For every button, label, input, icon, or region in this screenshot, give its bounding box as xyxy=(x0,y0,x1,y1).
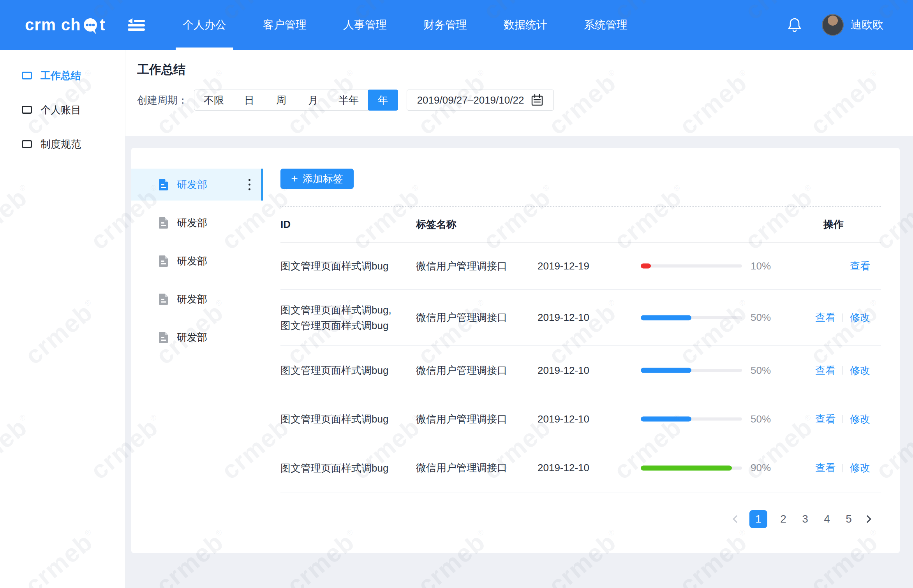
table-row: 图文管理页面样式调bug 微信用户管理调接口 2019-12-10 50% 查看… xyxy=(280,346,881,395)
header-tag-name: 标签名称 xyxy=(416,218,538,231)
work-summary-card: 研发部 研发部 xyxy=(131,148,900,553)
progress-bar xyxy=(641,264,742,268)
top-header-bar: crm ch t 个人办公 客户管理 人事管理 财务管理 数据统计 系统管理 xyxy=(0,0,913,50)
notification-bell-icon[interactable] xyxy=(788,17,802,33)
progress-bar xyxy=(641,467,742,470)
document-icon xyxy=(159,293,169,305)
segment-unlimited[interactable]: 不限 xyxy=(194,90,233,110)
nav-item-data-stats[interactable]: 数据统计 xyxy=(504,0,547,50)
action-divider xyxy=(842,415,843,423)
group-more-menu-icon[interactable] xyxy=(246,177,253,193)
cell-task: 图文管理页面样式调bug, 图文管理页面样式调bug xyxy=(280,302,416,333)
sidebar-item-rules[interactable]: 制度规范 xyxy=(0,127,125,161)
cell-tag-name: 微信用户管理调接口 xyxy=(416,461,538,475)
nav-item-system-mgmt[interactable]: 系统管理 xyxy=(584,0,627,50)
period-segmented-control: 不限 日 周 月 半年 年 xyxy=(194,90,398,111)
view-link[interactable]: 查看 xyxy=(815,364,835,377)
cell-percent: 50% xyxy=(751,312,785,324)
segment-month[interactable]: 月 xyxy=(297,90,329,110)
sidebar-item-work-summary[interactable]: 工作总结 xyxy=(0,58,125,93)
header-action: 操作 xyxy=(823,218,844,231)
cell-tag-name: 微信用户管理调接口 xyxy=(416,311,538,324)
cell-percent: 10% xyxy=(751,260,785,272)
user-name[interactable]: 迪欧欧 xyxy=(851,18,883,32)
group-item-rd-dept[interactable]: 研发部 xyxy=(131,283,263,315)
table-row: 图文管理页面样式调bug 微信用户管理调接口 2019-12-10 50% 查看… xyxy=(280,395,881,443)
cell-date: 2019-12-19 xyxy=(538,260,641,272)
department-group-list: 研发部 研发部 xyxy=(131,148,263,553)
group-item-rd-dept[interactable]: 研发部 xyxy=(131,245,263,277)
view-link[interactable]: 查看 xyxy=(815,412,835,426)
app-logo[interactable]: crm ch t xyxy=(0,15,125,35)
group-item-rd-dept[interactable]: 研发部 xyxy=(131,207,263,239)
nav-item-customer-mgmt[interactable]: 客户管理 xyxy=(263,0,307,50)
header-id: ID xyxy=(280,218,416,231)
cell-task: 图文管理页面样式调bug xyxy=(280,460,416,476)
cell-tag-name: 微信用户管理调接口 xyxy=(416,412,538,426)
date-range-picker[interactable]: 2019/09/27–2019/10/22 xyxy=(407,90,554,111)
filter-label: 创建周期： xyxy=(137,93,188,107)
prev-page-button[interactable] xyxy=(734,516,739,522)
segment-half-year[interactable]: 半年 xyxy=(329,90,368,110)
progress-bar xyxy=(641,369,742,372)
logo-text-part1: crm ch xyxy=(25,16,81,34)
date-range-value: 2019/09/27–2019/10/22 xyxy=(417,94,524,106)
sidebar-item-personal-account[interactable]: 个人账目 xyxy=(0,93,125,127)
view-link[interactable]: 查看 xyxy=(815,311,835,324)
segment-day[interactable]: 日 xyxy=(233,90,265,110)
panel-icon xyxy=(22,106,32,114)
table-row: 图文管理页面样式调bug, 图文管理页面样式调bug 微信用户管理调接口 201… xyxy=(280,290,881,346)
document-icon xyxy=(159,217,169,229)
group-item-rd-dept[interactable]: 研发部 xyxy=(131,169,263,201)
page-number-3[interactable]: 3 xyxy=(799,513,811,525)
cell-task: 图文管理页面样式调bug xyxy=(280,411,416,427)
nav-item-finance-mgmt[interactable]: 财务管理 xyxy=(423,0,467,50)
top-navigation: 个人办公 客户管理 人事管理 财务管理 数据统计 系统管理 xyxy=(164,0,646,50)
action-divider xyxy=(842,464,843,472)
next-page-button[interactable] xyxy=(865,516,870,522)
edit-link[interactable]: 修改 xyxy=(850,412,870,426)
page-title: 工作总结 xyxy=(137,62,913,78)
cell-date: 2019-12-10 xyxy=(538,462,641,474)
progress-bar xyxy=(641,417,742,421)
edit-link[interactable]: 修改 xyxy=(850,311,870,324)
segment-year[interactable]: 年 xyxy=(368,90,398,111)
page-number-2[interactable]: 2 xyxy=(777,513,789,525)
action-divider xyxy=(842,313,843,322)
plus-icon: + xyxy=(291,173,298,185)
sidebar-collapse-icon[interactable] xyxy=(125,17,149,33)
document-icon xyxy=(159,255,169,267)
panel-icon xyxy=(22,72,32,79)
document-icon xyxy=(159,331,169,343)
segment-week[interactable]: 周 xyxy=(265,90,297,110)
cell-tag-name: 微信用户管理调接口 xyxy=(416,259,538,273)
chat-bubble-icon xyxy=(82,17,99,35)
header-right-group: 迪欧欧 xyxy=(788,14,913,36)
cell-percent: 50% xyxy=(751,364,785,377)
table-row: 图文管理页面样式调bug 微信用户管理调接口 2019-12-10 90% 查看… xyxy=(280,443,881,493)
action-divider xyxy=(842,366,843,375)
view-link[interactable]: 查看 xyxy=(815,461,835,475)
cell-date: 2019-12-10 xyxy=(538,312,641,324)
cell-percent: 50% xyxy=(751,413,785,425)
pagination: 1 2 3 4 5 xyxy=(280,510,881,528)
tag-table-area: + 添加标签 ID 标签名称 操作 图文管理页面样式调bug xyxy=(263,148,900,553)
edit-link[interactable]: 修改 xyxy=(850,364,870,377)
page-number-1[interactable]: 1 xyxy=(749,510,767,528)
document-icon xyxy=(159,179,169,191)
page-number-5[interactable]: 5 xyxy=(843,513,855,525)
add-tag-button[interactable]: + 添加标签 xyxy=(280,169,354,189)
cell-tag-name: 微信用户管理调接口 xyxy=(416,364,538,377)
nav-item-personal-office[interactable]: 个人办公 xyxy=(183,0,226,50)
page-number-4[interactable]: 4 xyxy=(821,513,833,525)
edit-link[interactable]: 修改 xyxy=(850,461,870,475)
cell-task: 图文管理页面样式调bug xyxy=(280,258,416,274)
view-link[interactable]: 查看 xyxy=(850,259,870,273)
progress-bar xyxy=(641,316,742,319)
group-item-rd-dept[interactable]: 研发部 xyxy=(131,321,263,353)
cell-date: 2019-12-10 xyxy=(538,364,641,377)
panel-icon xyxy=(22,140,32,148)
user-avatar[interactable] xyxy=(822,14,844,36)
table-header-row: ID 标签名称 操作 xyxy=(280,207,881,243)
nav-item-hr-mgmt[interactable]: 人事管理 xyxy=(343,0,387,50)
